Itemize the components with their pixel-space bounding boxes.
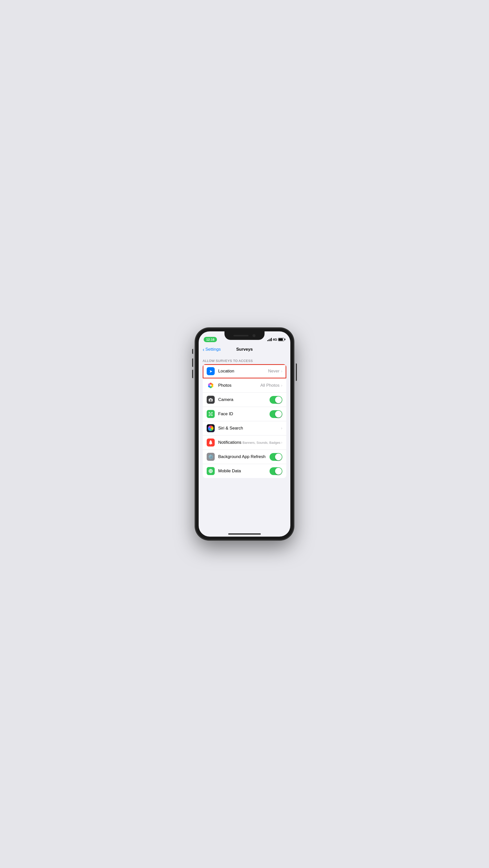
location-value: Never — [268, 369, 279, 374]
notch — [225, 331, 264, 340]
page-title: Surveys — [236, 347, 253, 352]
svg-point-6 — [210, 384, 212, 386]
svg-rect-13 — [209, 415, 210, 416]
mobile-data-toggle[interactable] — [269, 467, 282, 475]
camera-label: Camera — [218, 397, 233, 402]
svg-point-16 — [211, 413, 212, 414]
background-refresh-label: Background App Refresh — [218, 454, 265, 459]
faceid-label: Face ID — [218, 411, 233, 416]
photos-row[interactable]: Photos All Photos › — [203, 378, 286, 393]
faceid-toggle[interactable] — [269, 410, 282, 418]
siri-label: Siri & Search — [218, 426, 243, 431]
network-type: 4G — [273, 338, 277, 341]
notifications-chevron-icon: › — [281, 440, 282, 445]
front-camera — [253, 334, 256, 337]
signal-icon — [267, 338, 272, 341]
svg-rect-11 — [209, 412, 210, 413]
photos-chevron-icon: › — [281, 383, 282, 388]
notifications-label: Notifications — [218, 440, 241, 445]
back-button[interactable]: ‹ Settings — [203, 347, 221, 352]
camera-toggle[interactable] — [269, 396, 282, 404]
section-header: Allow Surveys to Access — [199, 355, 290, 364]
photos-icon — [207, 381, 215, 390]
phone-frame: 12:16 4G ‹ Se — [196, 329, 293, 539]
notifications-sublabel: Banners, Sounds, Badges — [242, 441, 280, 444]
faceid-row[interactable]: Face ID — [203, 407, 286, 421]
svg-rect-14 — [211, 415, 212, 416]
camera-icon — [207, 396, 215, 404]
status-time: 12:16 — [204, 337, 217, 342]
settings-group: ➤ Location Never › — [203, 364, 286, 478]
svg-point-9 — [210, 400, 211, 401]
svg-rect-19 — [210, 440, 211, 441]
mobile-data-row[interactable]: Mobile Data — [203, 464, 286, 478]
silent-switch — [192, 349, 193, 354]
location-icon: ➤ — [207, 367, 215, 375]
notifications-row[interactable]: Notifications Banners, Sounds, Badges › — [203, 435, 286, 450]
photos-value: All Photos — [260, 383, 280, 388]
background-refresh-icon: ⚙️ — [207, 453, 215, 461]
volume-down-button — [192, 370, 193, 378]
power-button — [296, 364, 297, 381]
svg-point-15 — [210, 413, 210, 414]
location-chevron-icon: › — [281, 369, 282, 373]
background-refresh-row[interactable]: ⚙️ Background App Refresh — [203, 450, 286, 464]
location-label: Location — [218, 369, 234, 373]
svg-point-18 — [210, 444, 211, 445]
volume-up-button — [192, 359, 193, 367]
siri-chevron-icon: › — [281, 426, 282, 431]
camera-row[interactable]: Camera — [203, 393, 286, 407]
gear-icon: ⚙️ — [208, 454, 213, 460]
background-refresh-toggle[interactable] — [269, 453, 282, 461]
svg-rect-10 — [210, 398, 211, 399]
status-right-icons: 4G — [267, 338, 285, 341]
siri-row[interactable]: Siri & Search › — [203, 421, 286, 435]
phone-screen: 12:16 4G ‹ Se — [199, 331, 290, 537]
photos-label: Photos — [218, 383, 231, 388]
mobile-data-icon — [207, 467, 215, 475]
navigation-bar: ‹ Settings Surveys — [199, 344, 290, 355]
location-arrow-icon: ➤ — [209, 369, 212, 374]
location-row[interactable]: ➤ Location Never › — [203, 364, 286, 378]
svg-rect-12 — [211, 412, 212, 413]
back-chevron-icon: ‹ — [203, 347, 204, 352]
home-indicator — [228, 533, 261, 535]
siri-icon — [207, 424, 215, 432]
faceid-icon — [207, 410, 215, 418]
mobile-data-label: Mobile Data — [218, 469, 241, 473]
settings-content: Allow Surveys to Access ➤ Location Never… — [199, 355, 290, 537]
battery-icon — [278, 338, 285, 341]
speaker-grille — [233, 335, 249, 336]
back-button-label: Settings — [205, 347, 221, 352]
notifications-icon — [207, 438, 215, 446]
